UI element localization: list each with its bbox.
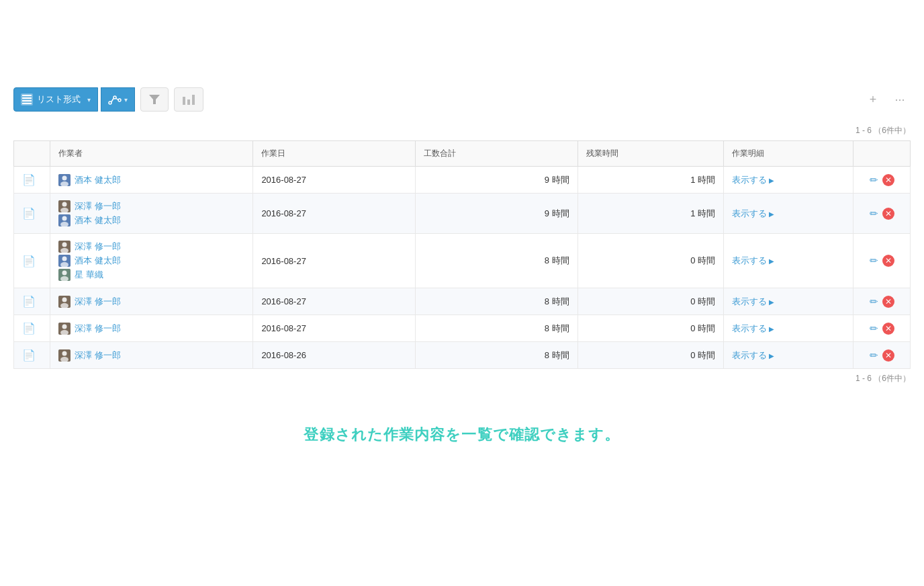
delete-button[interactable]: ✕: [882, 208, 894, 220]
detail-link[interactable]: 表示する: [732, 175, 774, 185]
add-button[interactable]: +: [862, 89, 884, 110]
ellipsis-icon: ···: [894, 93, 905, 107]
worker-name[interactable]: 深澤 修一郎: [75, 349, 121, 362]
overtime-cell: 0 時間: [578, 342, 723, 369]
date-cell: 2016-08-27: [253, 167, 416, 194]
date-cell: 2016-08-26: [253, 342, 416, 369]
svg-point-35: [62, 324, 67, 329]
col-header-date: 作業日: [253, 141, 416, 167]
worker-item: 星 華織: [58, 269, 244, 281]
svg-point-17: [62, 202, 67, 207]
svg-point-26: [62, 257, 67, 261]
worker-name[interactable]: 深澤 修一郎: [75, 241, 121, 253]
manhour-cell: 8 時間: [416, 288, 578, 315]
worker-name[interactable]: 酒本 健太郎: [75, 214, 121, 226]
edit-button[interactable]: ✏: [870, 174, 878, 186]
detail-cell: 表示する: [724, 167, 853, 194]
svg-point-38: [62, 351, 67, 355]
svg-rect-2: [22, 100, 32, 101]
overtime-cell: 0 時間: [578, 315, 723, 342]
action-buttons: ✏ ✕: [862, 323, 902, 335]
svg-point-14: [62, 175, 67, 180]
avatar: [58, 200, 71, 212]
date-cell: 2016-08-27: [253, 234, 416, 288]
doc-icon-cell: 📄: [14, 234, 50, 288]
detail-cell: 表示する: [724, 342, 853, 369]
svg-point-29: [62, 271, 67, 276]
document-icon: 📄: [22, 174, 36, 185]
worker-item: 深澤 修一郎: [58, 296, 244, 308]
worker-cell: 深澤 修一郎 酒本 健太郎: [50, 194, 253, 234]
actions-cell: ✏ ✕: [853, 194, 911, 234]
action-buttons: ✏ ✕: [862, 255, 902, 267]
overtime-cell: 0 時間: [578, 288, 723, 315]
detail-link[interactable]: 表示する: [732, 208, 774, 218]
edit-button[interactable]: ✏: [870, 255, 878, 267]
toolbar-left: リスト形式 ▾ ▾: [13, 87, 203, 112]
col-header-icon: [14, 141, 50, 167]
document-icon: 📄: [22, 349, 36, 361]
edit-button[interactable]: ✏: [870, 296, 878, 308]
worker-item: 酒本 健太郎: [58, 174, 244, 186]
filter-button[interactable]: [140, 87, 169, 112]
svg-rect-12: [192, 95, 195, 105]
pagination-bottom: 1 - 6 （6件中）: [13, 373, 911, 384]
worker-cell: 深澤 修一郎 酒本 健太郎 星 華織: [50, 234, 253, 288]
table-row: 📄 深澤 修一郎 酒本 健太郎2016-08-279 時間1 時間表示する ✏ …: [14, 194, 911, 234]
worker-name[interactable]: 深澤 修一郎: [75, 323, 121, 335]
svg-point-23: [62, 243, 67, 247]
table-row: 📄 深澤 修一郎 酒本 健太郎 星 華織2016-08-278 時間0 時間表示…: [14, 234, 911, 288]
more-button[interactable]: ···: [889, 89, 911, 110]
manhour-cell: 8 時間: [416, 234, 578, 288]
data-table: 作業者 作業日 工数合計 残業時間 作業明細 📄 酒本 健太郎2016-08-2…: [13, 140, 911, 369]
overtime-cell: 1 時間: [578, 194, 723, 234]
worker-item: 酒本 健太郎: [58, 214, 244, 226]
svg-marker-9: [149, 95, 160, 104]
chevron-down-icon: ▾: [87, 96, 91, 103]
chart-button[interactable]: [174, 87, 203, 112]
view-selector[interactable]: リスト形式 ▾: [13, 87, 98, 112]
worker-name[interactable]: 酒本 健太郎: [75, 174, 121, 186]
worker-name[interactable]: 酒本 健太郎: [75, 255, 121, 267]
detail-cell: 表示する: [724, 288, 853, 315]
svg-point-5: [113, 96, 116, 99]
col-header-worker: 作業者: [50, 141, 253, 167]
edit-button[interactable]: ✏: [870, 349, 878, 362]
edit-button[interactable]: ✏: [870, 208, 878, 220]
delete-button[interactable]: ✕: [882, 296, 894, 308]
worker-cell: 深澤 修一郎: [50, 342, 253, 369]
pagination-top: 1 - 6 （6件中）: [13, 125, 911, 136]
graph-button[interactable]: ▾: [101, 87, 135, 112]
col-header-detail: 作業明細: [724, 141, 853, 167]
worker-cell: 深澤 修一郎: [50, 288, 253, 315]
delete-button[interactable]: ✕: [882, 349, 894, 362]
doc-icon-cell: 📄: [14, 315, 50, 342]
delete-button[interactable]: ✕: [882, 174, 894, 186]
svg-point-32: [62, 297, 67, 302]
table-row: 📄 深澤 修一郎2016-08-268 時間0 時間表示する ✏ ✕: [14, 342, 911, 369]
doc-icon-cell: 📄: [14, 194, 50, 234]
avatar: [58, 269, 71, 281]
detail-link[interactable]: 表示する: [732, 350, 774, 360]
document-icon: 📄: [22, 255, 36, 267]
doc-icon-cell: 📄: [14, 167, 50, 194]
action-buttons: ✏ ✕: [862, 296, 902, 308]
delete-button[interactable]: ✕: [882, 255, 894, 267]
edit-button[interactable]: ✏: [870, 323, 878, 335]
svg-rect-11: [187, 99, 190, 105]
worker-name[interactable]: 星 華織: [75, 269, 103, 281]
manhour-cell: 9 時間: [416, 167, 578, 194]
view-label: リスト形式: [37, 93, 81, 106]
svg-rect-3: [22, 103, 32, 104]
graph-chevron-icon: ▾: [124, 96, 128, 103]
svg-line-7: [111, 99, 113, 102]
table-row: 📄 酒本 健太郎2016-08-279 時間1 時間表示する ✏ ✕: [14, 167, 911, 194]
manhour-cell: 9 時間: [416, 194, 578, 234]
detail-link[interactable]: 表示する: [732, 296, 774, 306]
worker-name[interactable]: 深澤 修一郎: [75, 200, 121, 212]
detail-link[interactable]: 表示する: [732, 323, 774, 333]
delete-button[interactable]: ✕: [882, 323, 894, 335]
worker-name[interactable]: 深澤 修一郎: [75, 296, 121, 308]
worker-item: 深澤 修一郎: [58, 349, 244, 362]
detail-link[interactable]: 表示する: [732, 255, 774, 265]
